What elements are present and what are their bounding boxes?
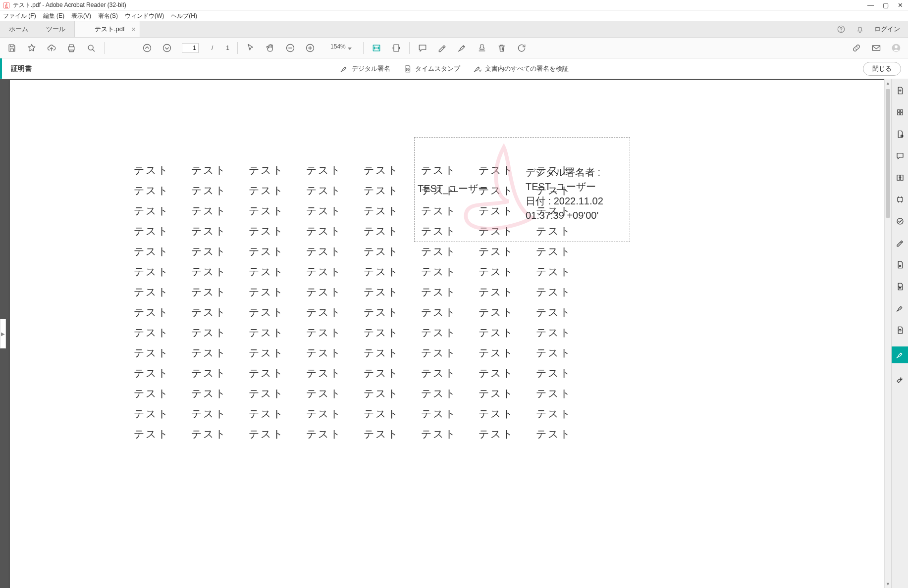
hand-icon[interactable]: [266, 43, 275, 53]
svg-point-2: [841, 31, 842, 31]
save-icon[interactable]: [7, 43, 17, 53]
email-icon[interactable]: [871, 43, 881, 53]
menu-window[interactable]: ウィンドウ(W): [125, 12, 164, 20]
menu-sign[interactable]: 署名(S): [98, 12, 118, 20]
pen-icon: [340, 64, 349, 73]
window-controls: — ▢ ✕: [867, 1, 903, 9]
svg-rect-10: [873, 46, 880, 50]
page-down-icon[interactable]: [162, 43, 172, 53]
certificate-title: 証明書: [11, 64, 32, 73]
menu-edit[interactable]: 編集 (E): [43, 12, 64, 20]
star-icon[interactable]: [27, 43, 37, 53]
fit-page-icon[interactable]: [391, 43, 401, 53]
tab-tools[interactable]: ツール: [37, 21, 74, 37]
share-link-icon[interactable]: [852, 43, 861, 53]
menu-file[interactable]: ファイル (F): [3, 12, 36, 20]
zoom-in-icon[interactable]: [305, 43, 315, 53]
highlight-icon[interactable]: [437, 43, 447, 53]
minimize-button[interactable]: —: [867, 1, 874, 9]
svg-rect-9: [394, 45, 399, 51]
clock-doc-icon: [403, 64, 412, 73]
tab-home[interactable]: ホーム: [0, 21, 37, 37]
tab-bar: ホーム ツール テスト.pdf × ログイン: [0, 21, 908, 38]
digital-sign-label: デジタル署名: [352, 64, 390, 73]
page-sep: /: [212, 45, 213, 51]
svg-point-4: [144, 44, 151, 51]
page-up-icon[interactable]: [142, 43, 152, 53]
svg-point-5: [163, 44, 171, 51]
stamp-icon[interactable]: [477, 43, 487, 53]
tab-close-icon[interactable]: ×: [132, 25, 136, 33]
pointer-icon[interactable]: [246, 43, 256, 53]
tab-file-active[interactable]: テスト.pdf ×: [74, 21, 140, 37]
verify-icon: [473, 64, 482, 73]
main-toolbar: / 1 154%: [0, 38, 908, 58]
verify-all-button[interactable]: 文書内のすべての署名を検証: [473, 64, 569, 73]
svg-point-12: [895, 45, 898, 48]
close-window-button[interactable]: ✕: [898, 1, 903, 9]
title-bar: テスト.pdf - Adobe Acrobat Reader (32-bit) …: [0, 0, 908, 11]
toolbar-stripe: [0, 58, 2, 79]
rotate-icon[interactable]: [517, 43, 527, 53]
maximize-button[interactable]: ▢: [883, 1, 889, 9]
menu-help[interactable]: ヘルプ(H): [171, 12, 197, 20]
page-total: 1: [226, 45, 229, 51]
certificate-toolbar: 証明書 デジタル署名 タイムスタンプ 文書内のすべての署名を検証 閉じる: [0, 58, 908, 79]
login-button[interactable]: ログイン: [874, 25, 900, 34]
menu-view[interactable]: 表示(V): [71, 12, 91, 20]
zoom-out-icon[interactable]: [285, 43, 295, 53]
comment-icon[interactable]: [418, 43, 427, 53]
sign-pen-icon[interactable]: [457, 43, 467, 53]
print-icon[interactable]: [66, 43, 76, 53]
tab-file-label: テスト.pdf: [95, 25, 125, 34]
digital-sign-button[interactable]: デジタル署名: [340, 64, 390, 73]
account-icon[interactable]: [891, 43, 901, 53]
timestamp-label: タイムスタンプ: [415, 64, 460, 73]
acrobat-app-icon: [3, 2, 10, 9]
cloud-upload-icon[interactable]: [47, 43, 56, 53]
trash-icon[interactable]: [497, 43, 507, 53]
search-icon[interactable]: [86, 43, 96, 53]
page-number-input[interactable]: [182, 43, 199, 53]
bell-icon[interactable]: [855, 25, 864, 34]
fit-width-icon[interactable]: [372, 43, 381, 53]
menu-bar: ファイル (F) 編集 (E) 表示(V) 署名(S) ウィンドウ(W) ヘルプ…: [0, 11, 908, 21]
verify-all-label: 文書内のすべての署名を検証: [485, 64, 569, 73]
help-icon[interactable]: [837, 25, 846, 34]
timestamp-button[interactable]: タイムスタンプ: [403, 64, 460, 73]
close-toolbar-button[interactable]: 閉じる: [863, 62, 901, 76]
window-title: テスト.pdf - Adobe Acrobat Reader (32-bit): [13, 1, 867, 9]
zoom-select[interactable]: 154%: [325, 43, 355, 53]
